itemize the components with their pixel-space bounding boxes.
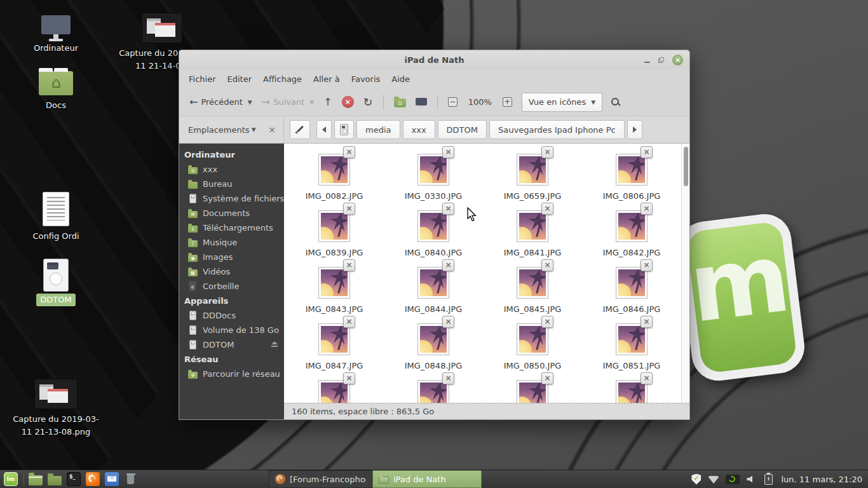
remove-x-badge-icon[interactable] (442, 372, 454, 384)
menu-item[interactable]: Editer (222, 72, 258, 86)
remove-x-badge-icon[interactable] (641, 372, 653, 384)
desktop-icon-capture-21-13-08[interactable]: Capture du 2019-03-11 21-13-08.png (11, 379, 100, 438)
wifi-icon[interactable] (708, 476, 719, 484)
sidebar-row[interactable]: Parcourir le réseau (179, 367, 284, 381)
clock[interactable]: lun. 11 mars, 21:20 (781, 475, 862, 484)
close-places-icon[interactable]: × (268, 125, 276, 135)
sidebar-row[interactable]: Vidéos (179, 264, 284, 279)
file-item[interactable]: IMG_0839.JPG (285, 204, 384, 261)
minimize-button[interactable] (644, 62, 650, 63)
remove-x-badge-icon[interactable] (641, 203, 653, 215)
remove-x-badge-icon[interactable] (541, 372, 553, 384)
remove-x-badge-icon[interactable] (442, 316, 454, 328)
sidebar-row[interactable]: Système de fichiers (179, 191, 284, 206)
breadcrumb-segment[interactable]: media (356, 120, 400, 139)
sidebar-row[interactable]: Volume de 138 Go (179, 323, 284, 337)
remove-x-badge-icon[interactable] (641, 259, 653, 271)
stop-button[interactable]: × (338, 93, 358, 111)
desktop-icon-ddtom[interactable]: DDTOM (21, 259, 91, 306)
file-item[interactable]: IMG_0082.JPG (285, 147, 384, 204)
remove-x-badge-icon[interactable] (343, 316, 355, 328)
sidebar-row[interactable]: DDDocs (179, 308, 284, 323)
restore-button[interactable] (658, 57, 664, 63)
sidebar-row[interactable]: Corbeille (179, 279, 284, 294)
taskbar-window-button[interactable]: [Forum-Francophone-L... (269, 470, 372, 488)
firefox-icon[interactable] (86, 472, 100, 486)
desktop-icon-config-ordi[interactable]: Config Ordi (21, 192, 91, 243)
breadcrumb-root-button[interactable] (334, 120, 354, 139)
file-item[interactable]: IMG_0841.JPG (483, 204, 582, 261)
close-button[interactable]: × (672, 55, 683, 65)
nvidia-icon[interactable] (726, 475, 740, 484)
file-item[interactable]: IMG_0847.JPG (285, 317, 384, 374)
forward-button[interactable]: → Suivant ▼ (258, 95, 318, 109)
remove-x-badge-icon[interactable] (541, 203, 553, 215)
volume-icon[interactable] (747, 476, 752, 483)
places-header[interactable]: Emplacements ▼ × (179, 116, 284, 143)
titlebar[interactable]: iPad de Nath × (179, 50, 689, 69)
mint-menu-button[interactable]: lm (0, 470, 22, 488)
desktop-icon-docs[interactable]: Docs (21, 67, 91, 112)
folder-green-icon[interactable] (29, 475, 43, 485)
menu-item[interactable]: Aller à (308, 72, 346, 86)
remove-x-badge-icon[interactable] (343, 372, 355, 384)
file-area[interactable]: IMG_0082.JPG (284, 144, 689, 403)
taskbar-window-button[interactable]: iPad de Nath (372, 470, 482, 488)
refresh-button[interactable]: ↻ (360, 95, 377, 109)
breadcrumb-scroll-left-button[interactable] (316, 120, 332, 139)
file-item[interactable] (384, 374, 483, 403)
remove-x-badge-icon[interactable] (442, 146, 454, 158)
file-item[interactable] (582, 374, 681, 403)
remove-x-badge-icon[interactable] (343, 259, 355, 271)
sidebar-row[interactable]: xxx (179, 162, 284, 177)
remove-x-badge-icon[interactable] (442, 203, 454, 215)
file-item[interactable]: IMG_0846.JPG (582, 261, 681, 317)
remove-x-badge-icon[interactable] (442, 259, 454, 271)
remove-x-badge-icon[interactable] (343, 146, 355, 158)
breadcrumb-segment[interactable]: Sauvegardes Ipad Iphone Pc (489, 120, 625, 139)
forward-history-caret-icon[interactable]: ▼ (309, 99, 314, 105)
trash-icon[interactable] (124, 472, 138, 486)
menu-item[interactable]: Affichage (257, 72, 308, 86)
folder-dark-icon[interactable] (48, 476, 62, 485)
file-item[interactable]: IMG_0844.JPG (384, 261, 483, 317)
file-item[interactable] (285, 374, 384, 403)
sidebar-row[interactable]: DDTOM (179, 337, 284, 352)
breadcrumb-segment[interactable]: xxx (403, 120, 435, 139)
zoom-out-button[interactable]: − (444, 95, 461, 109)
desktop-icon-ordinateur[interactable]: Ordinateur (21, 15, 91, 55)
view-mode-dropdown[interactable]: Vue en icônes ▼ (522, 93, 602, 112)
remove-x-badge-icon[interactable] (641, 316, 653, 328)
file-item[interactable]: IMG_0330.JPG (384, 147, 483, 204)
eject-icon[interactable] (271, 341, 278, 344)
up-button[interactable]: ↑ (320, 95, 336, 109)
menu-item[interactable]: Favoris (346, 72, 386, 86)
computer-button[interactable] (412, 97, 431, 108)
sidebar-row[interactable]: Bureau (179, 177, 284, 191)
file-item[interactable]: IMG_0843.JPG (285, 261, 384, 317)
menu-item[interactable]: Fichier (183, 72, 222, 86)
remove-x-badge-icon[interactable] (343, 203, 355, 215)
file-item[interactable]: IMG_0848.JPG (384, 317, 483, 374)
back-button[interactable]: ← Précédent ▼ (186, 95, 256, 109)
menu-item[interactable]: Aide (386, 72, 416, 86)
file-item[interactable]: IMG_0850.JPG (483, 317, 582, 374)
file-item[interactable]: IMG_0659.JPG (483, 147, 582, 204)
breadcrumb-scroll-right-button[interactable] (627, 120, 642, 139)
scrollbar-thumb[interactable] (684, 147, 688, 186)
sidebar-row[interactable]: Musique (179, 235, 284, 250)
home-button[interactable] (390, 94, 410, 110)
battery-icon[interactable] (764, 474, 773, 485)
mail-icon[interactable] (105, 472, 119, 486)
vertical-scrollbar[interactable] (681, 144, 689, 403)
file-item[interactable]: IMG_0806.JPG (582, 147, 681, 204)
zoom-in-button[interactable]: + (499, 95, 516, 109)
file-item[interactable]: IMG_0851.JPG (582, 317, 681, 374)
breadcrumb-segment[interactable]: DDTOM (438, 120, 487, 139)
remove-x-badge-icon[interactable] (641, 146, 653, 158)
remove-x-badge-icon[interactable] (541, 146, 553, 158)
edit-path-button[interactable] (290, 120, 310, 139)
remove-x-badge-icon[interactable] (541, 259, 553, 271)
terminal-icon[interactable] (67, 472, 81, 486)
remove-x-badge-icon[interactable] (541, 316, 553, 328)
